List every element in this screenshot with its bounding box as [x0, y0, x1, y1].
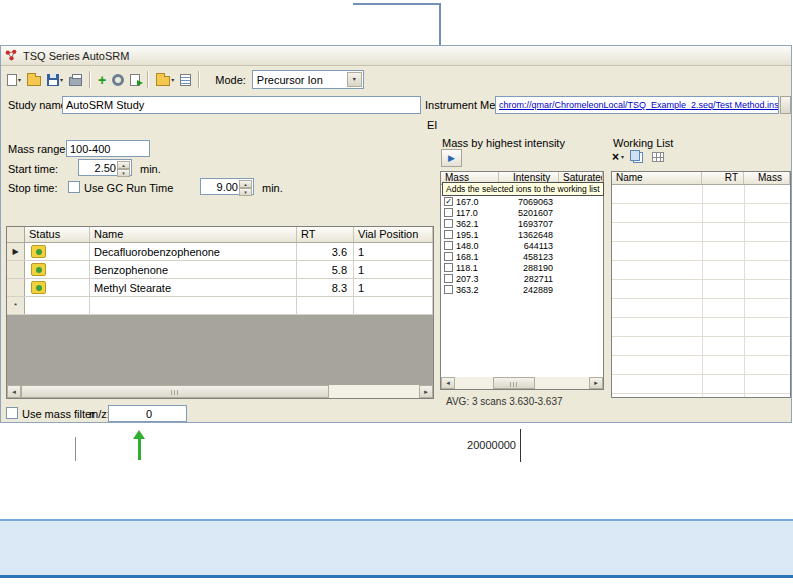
mass-row[interactable]: ✓167.07069063: [441, 196, 603, 207]
spinner-down-icon[interactable]: ▾: [117, 169, 130, 177]
vial-cell: 1: [354, 261, 433, 278]
gc-runtime-checkbox[interactable]: [68, 181, 80, 193]
scroll-right-icon[interactable]: ▸: [589, 377, 603, 389]
column-header-rt[interactable]: RT: [702, 172, 744, 184]
intensity-value: 7069063: [495, 197, 553, 207]
settings-button[interactable]: [110, 70, 126, 90]
mass-row[interactable]: 168.1458123: [441, 251, 603, 262]
table-row[interactable]: Benzophenone 5.8 1: [7, 261, 433, 279]
stop-time-spinner: ▴▾: [239, 180, 252, 193]
status-ready-icon: [31, 281, 46, 294]
mass-range-input[interactable]: 100-400: [66, 140, 150, 157]
column-header-vial-position[interactable]: Vial Position: [354, 227, 433, 242]
working-list-body[interactable]: [612, 185, 790, 397]
column-header-rt[interactable]: RT: [297, 227, 354, 242]
gc-runtime-label: Use GC Run Time: [84, 182, 173, 194]
mass-table-hscrollbar[interactable]: ◂ ▸: [441, 377, 603, 389]
chevron-down-icon[interactable]: ▾: [621, 154, 624, 160]
export-button[interactable]: [128, 70, 142, 90]
chevron-down-icon[interactable]: ▾: [347, 72, 362, 87]
green-arrow-annotation: [133, 430, 146, 460]
mass-row[interactable]: 207.3282711: [441, 273, 603, 284]
mass-row-checkbox[interactable]: [444, 230, 453, 239]
mass-row-checkbox[interactable]: [444, 252, 453, 261]
study-name-input[interactable]: AutoSRM Study: [62, 96, 421, 114]
title-bar[interactable]: TSQ Series AutoSRM: [1, 46, 791, 66]
mass-row[interactable]: 117.05201607: [441, 207, 603, 218]
scroll-left-icon[interactable]: ◂: [441, 377, 455, 389]
mass-row-checkbox[interactable]: [444, 274, 453, 283]
table-row[interactable]: ▶ Decafluorobenzophenone 3.6 1: [7, 243, 433, 261]
mass-filter-checkbox[interactable]: [6, 407, 18, 419]
delete-icon[interactable]: ×: [612, 151, 619, 163]
mass-value: 117.0: [453, 208, 495, 218]
compound-table-hscrollbar[interactable]: ◂ ▸: [7, 385, 433, 398]
name-cell: Decafluorobenzophenone: [90, 243, 297, 260]
mass-row[interactable]: 363.2242889: [441, 284, 603, 295]
rt-cell: 5.8: [297, 261, 354, 278]
stop-time-input[interactable]: 9.00 ▴▾: [200, 178, 254, 195]
mass-row-checkbox[interactable]: [444, 208, 453, 217]
plus-icon: +: [98, 73, 106, 87]
mass-row-checkbox[interactable]: [444, 263, 453, 272]
scroll-right-icon[interactable]: ▸: [419, 385, 433, 398]
mode-value: Precursor Ion: [257, 74, 323, 86]
mass-row[interactable]: 195.11362648: [441, 229, 603, 240]
new-row[interactable]: *: [7, 297, 433, 315]
new-document-icon: [7, 74, 17, 86]
intensity-value: 242889: [495, 285, 553, 295]
mass-row[interactable]: 148.0644113: [441, 240, 603, 251]
arrow-stem: [138, 439, 141, 460]
mode-select[interactable]: Precursor Ion ▾: [252, 70, 364, 89]
intensity-value: 1362648: [495, 230, 553, 240]
study-name-value: AutoSRM Study: [66, 99, 420, 111]
spinner-down-icon[interactable]: ▾: [239, 188, 252, 196]
table-row[interactable]: Methyl Stearate 8.3 1: [7, 279, 433, 297]
status-cell: [25, 261, 90, 278]
start-time-unit: min.: [140, 163, 161, 175]
mass-row-checkbox[interactable]: ✓: [444, 197, 453, 206]
callout-line-horizontal: [353, 3, 441, 5]
print-button[interactable]: [67, 70, 84, 90]
add-button[interactable]: +: [96, 70, 108, 90]
mass-row[interactable]: 362.11693707: [441, 218, 603, 229]
row-selector-header: [7, 227, 25, 242]
import-method-button[interactable]: ▾: [154, 70, 176, 90]
column-header-status[interactable]: Status: [25, 227, 90, 242]
row-selector: [7, 261, 25, 278]
name-cell: Methyl Stearate: [90, 279, 297, 296]
start-time-spinner: ▴▾: [117, 161, 130, 174]
export-list-icon[interactable]: [652, 152, 664, 162]
compound-table: Status Name RT Vial Position ▶ Decafluor…: [6, 226, 434, 399]
column-header-name[interactable]: Name: [90, 227, 297, 242]
toolbar-separator: [147, 71, 149, 88]
column-header-name[interactable]: Name: [612, 172, 702, 184]
copy-list-icon[interactable]: [633, 152, 643, 163]
instrument-method-link[interactable]: chrom://qmar/ChromeleonLocal/TSQ_Example…: [499, 100, 778, 110]
scrollbar-thumb[interactable]: [21, 385, 329, 398]
open-study-button[interactable]: [25, 70, 43, 90]
save-study-button[interactable]: ▾: [45, 70, 65, 90]
compound-table-header: Status Name RT Vial Position: [7, 227, 433, 243]
mass-row-checkbox[interactable]: [444, 219, 453, 228]
browse-method-button[interactable]: [780, 96, 791, 114]
spinner-up-icon[interactable]: ▴: [239, 180, 252, 188]
rt-cell: [297, 297, 354, 314]
scroll-left-icon[interactable]: ◂: [7, 385, 21, 398]
active-row-marker: ▶: [7, 243, 25, 260]
new-study-button[interactable]: ▾: [5, 70, 23, 90]
spinner-up-icon[interactable]: ▴: [117, 161, 130, 169]
report-button[interactable]: [178, 70, 193, 90]
scrollbar-thumb[interactable]: [493, 377, 535, 389]
table-empty-area: [7, 315, 433, 387]
add-ions-button[interactable]: ▶: [441, 149, 462, 167]
mass-value: 118.1: [453, 263, 495, 273]
start-time-input[interactable]: 2.50 ▴▾: [78, 159, 132, 176]
start-time-label: Start time:: [8, 163, 58, 175]
mass-row-checkbox[interactable]: [444, 241, 453, 250]
mass-value: 207.3: [453, 274, 495, 284]
mz-input[interactable]: 0: [108, 405, 187, 422]
mass-row[interactable]: 118.1288190: [441, 262, 603, 273]
mass-row-checkbox[interactable]: [444, 285, 453, 294]
column-header-mass[interactable]: Mass: [744, 172, 790, 184]
